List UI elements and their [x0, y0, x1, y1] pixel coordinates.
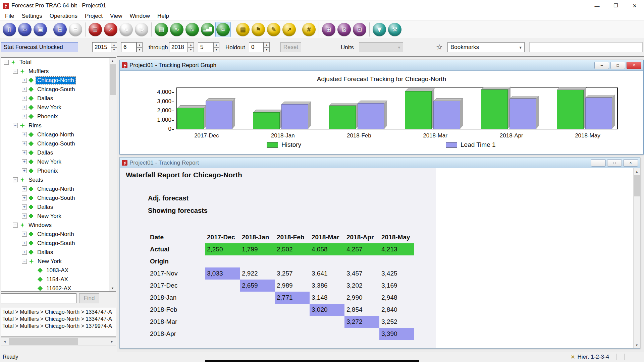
collapse-box-icon[interactable]: − [13, 223, 18, 228]
minimize-button[interactable]: — [588, 0, 606, 11]
tree-item-seats[interactable]: −Seats [1, 175, 109, 184]
scrollbar-thumb[interactable] [110, 64, 116, 95]
window-layout-2-button[interactable]: ⊠ [336, 22, 352, 37]
spinner-down-button[interactable]: ▼ [188, 47, 194, 52]
tree-item-new-york[interactable]: +New York [1, 157, 109, 166]
spinner-up-button[interactable]: ▲ [188, 42, 194, 47]
tree-item-chicago-south[interactable]: +Chicago-South [1, 239, 109, 248]
expand-box-icon[interactable]: + [22, 186, 27, 191]
expand-box-icon[interactable]: + [22, 232, 27, 237]
tree-item-rims[interactable]: −Rims [1, 121, 109, 130]
expand-box-icon[interactable]: + [22, 105, 27, 110]
tree-item-windows[interactable]: −Windows [1, 221, 109, 230]
item-graph-button[interactable]: ▂▅█ [200, 22, 215, 37]
tree-item-chicago-north[interactable]: +Chicago-North [1, 130, 109, 139]
tree-item-1154-ax[interactable]: 1154-AX [1, 275, 109, 284]
save-project-button[interactable]: ▣ [33, 22, 48, 37]
window-layout-1-button[interactable]: ⊞ [321, 22, 336, 37]
app-titlebar[interactable]: Forecast Pro TRAC 64-bit - Project01 — ❐… [0, 0, 644, 11]
spinner-up-button[interactable]: ▲ [111, 42, 117, 47]
expand-box-icon[interactable]: + [22, 241, 27, 246]
spinner-down-button[interactable]: ▼ [264, 47, 270, 52]
maximize-button[interactable]: □ [607, 159, 622, 167]
forecast-graph-button[interactable]: ∿ [169, 22, 184, 37]
expand-box-icon[interactable]: + [22, 195, 27, 200]
menu-file[interactable]: File [1, 11, 18, 21]
find-button[interactable]: Find [79, 293, 99, 303]
tree-item-total[interactable]: −Total [1, 58, 109, 67]
reset-button[interactable]: Reset [280, 42, 301, 52]
tree-item-chicago-south[interactable]: +Chicago-South [1, 85, 109, 94]
tree-item-chicago-north[interactable]: +Chicago-North [1, 184, 109, 193]
breadcrumb-item[interactable]: Total > Mufflers > Chicago-North > 13347… [2, 308, 116, 315]
tools-button[interactable]: ⚒ [387, 22, 402, 37]
collapse-box-icon[interactable]: − [13, 177, 18, 182]
restore-button[interactable]: ❐ [606, 0, 625, 11]
data-manager-button[interactable]: ≣ [88, 22, 103, 37]
bookmark-star-icon[interactable]: ☆ [436, 43, 443, 52]
tree-item-dallas[interactable]: +Dallas [1, 94, 109, 103]
minimize-button[interactable]: – [591, 159, 606, 167]
tracking-report-button[interactable]: ∞ [215, 22, 231, 37]
find-input[interactable] [1, 293, 76, 303]
spinner-down-button[interactable]: ▼ [137, 47, 143, 52]
menu-window[interactable]: Window [126, 11, 153, 21]
spinner-up-button[interactable]: ▲ [264, 42, 270, 47]
holdout-input[interactable] [249, 42, 264, 52]
tree-item-mufflers[interactable]: −Mufflers [1, 67, 109, 76]
start-period-input[interactable] [121, 42, 137, 52]
numbers-view-button[interactable]: # [301, 22, 317, 37]
menu-help[interactable]: Help [154, 11, 173, 21]
tree-item-new-york[interactable]: +New York [1, 212, 109, 221]
scroll-down-icon[interactable]: ▼ [634, 342, 640, 348]
new-project-button[interactable]: ▯ [2, 22, 17, 37]
tree-item-chicago-south[interactable]: +Chicago-South [1, 139, 109, 148]
expand-box-icon[interactable]: + [22, 150, 27, 155]
menu-operations[interactable]: Operations [46, 11, 81, 21]
model-status-field[interactable]: Stat Forecast Unlocked [1, 42, 78, 52]
tree-item-chicago-north[interactable]: +Chicago-North [1, 76, 109, 85]
collapse-box-icon[interactable]: − [22, 259, 27, 264]
maximize-button[interactable]: □ [610, 62, 625, 69]
scroll-up-icon[interactable]: ▲ [634, 168, 640, 175]
scrollbar-thumb[interactable] [9, 338, 78, 345]
expand-box-icon[interactable]: + [22, 159, 27, 164]
tree-item-dallas[interactable]: +Dallas [1, 248, 109, 257]
close-button[interactable]: × [627, 62, 641, 69]
menu-view[interactable]: View [106, 11, 126, 21]
outlier-graph-button[interactable]: ≈ [184, 22, 200, 37]
expand-box-icon[interactable]: + [22, 204, 27, 209]
forecast-button[interactable]: ↗ [103, 22, 118, 37]
tree-item-new-york[interactable]: +New York [1, 103, 109, 112]
scroll-left-icon[interactable]: ◄ [1, 338, 8, 346]
expand-box-icon[interactable]: + [22, 96, 27, 101]
minimize-button[interactable]: – [594, 62, 609, 69]
expand-box-icon[interactable]: + [22, 141, 27, 146]
collapse-box-icon[interactable]: − [13, 123, 18, 128]
forecast-report-button[interactable]: ▤ [154, 22, 169, 37]
collapse-box-icon[interactable]: − [4, 60, 9, 65]
tree-item-11662-ax[interactable]: 11662-AX [1, 284, 109, 291]
override-report-button[interactable]: ▤ [235, 22, 251, 37]
expand-box-icon[interactable]: + [22, 250, 27, 255]
override-chart-button[interactable]: ↗ [281, 22, 297, 37]
override-graph-button[interactable]: ✎ [266, 22, 281, 37]
start-year-input[interactable] [92, 42, 111, 52]
spinner-down-button[interactable]: ▼ [111, 47, 117, 52]
scroll-up-icon[interactable]: ▲ [109, 58, 116, 64]
end-period-input[interactable] [198, 42, 213, 52]
expand-box-icon[interactable]: + [22, 132, 27, 137]
tree-item-dallas[interactable]: +Dallas [1, 202, 109, 212]
expand-box-icon[interactable]: + [22, 168, 27, 173]
open-project-button[interactable]: ▱ [17, 22, 33, 37]
tree-vertical-scrollbar[interactable]: ▲ ▼ [109, 58, 116, 291]
copy-button[interactable]: ⊞ [52, 22, 68, 37]
scrollbar-thumb[interactable] [634, 175, 640, 196]
tree-item-chicago-north[interactable]: +Chicago-North [1, 230, 109, 239]
close-button[interactable]: × [623, 159, 638, 167]
expand-box-icon[interactable]: + [22, 78, 27, 83]
expand-box-icon[interactable]: + [22, 114, 27, 119]
expand-box-icon[interactable]: + [22, 87, 27, 92]
tree-item-chicago-south[interactable]: +Chicago-South [1, 193, 109, 202]
menu-project[interactable]: Project [81, 11, 106, 21]
